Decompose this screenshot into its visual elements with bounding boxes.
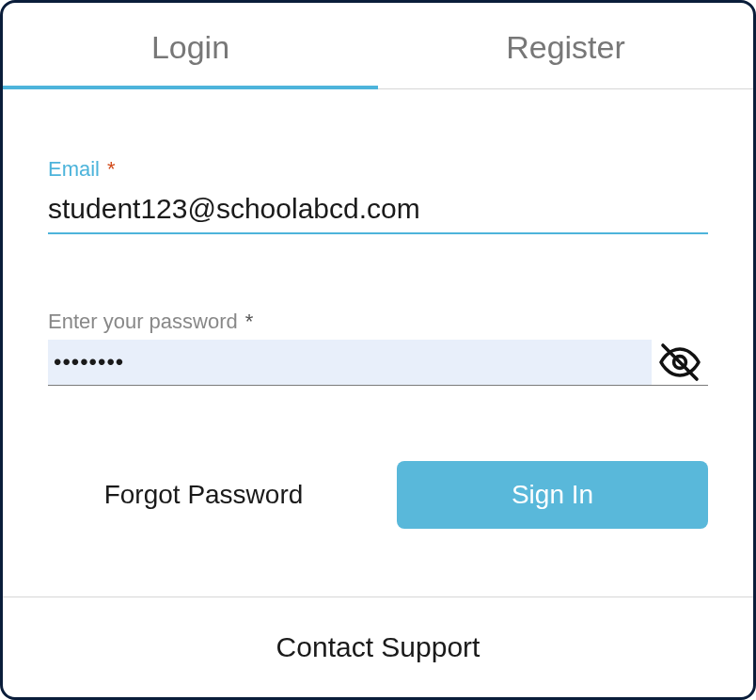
login-window: Login Register Email * Enter your passwo… (0, 0, 756, 700)
contact-support-link[interactable]: Contact Support (3, 597, 753, 697)
password-label-text: Enter your password (48, 310, 238, 334)
sign-in-button[interactable]: Sign In (397, 461, 708, 529)
tab-login[interactable]: Login (3, 3, 378, 88)
password-row (48, 340, 708, 386)
login-form: Email * Enter your password * (3, 89, 753, 559)
email-label-text: Email (48, 157, 100, 182)
email-required-mark: * (107, 157, 116, 182)
password-required-mark: * (245, 310, 254, 334)
toggle-password-visibility[interactable] (652, 340, 708, 385)
email-label: Email * (48, 157, 708, 182)
password-field-group: Enter your password * (48, 310, 708, 386)
forgot-password-link[interactable]: Forgot Password (48, 463, 359, 527)
tab-register[interactable]: Register (378, 3, 753, 88)
email-field-group: Email * (48, 157, 708, 234)
password-label: Enter your password * (48, 310, 708, 334)
password-input[interactable] (48, 340, 652, 385)
form-actions: Forgot Password Sign In (48, 461, 708, 529)
auth-tabs: Login Register (3, 3, 753, 89)
email-input[interactable] (48, 187, 708, 234)
eye-off-icon (657, 340, 702, 385)
